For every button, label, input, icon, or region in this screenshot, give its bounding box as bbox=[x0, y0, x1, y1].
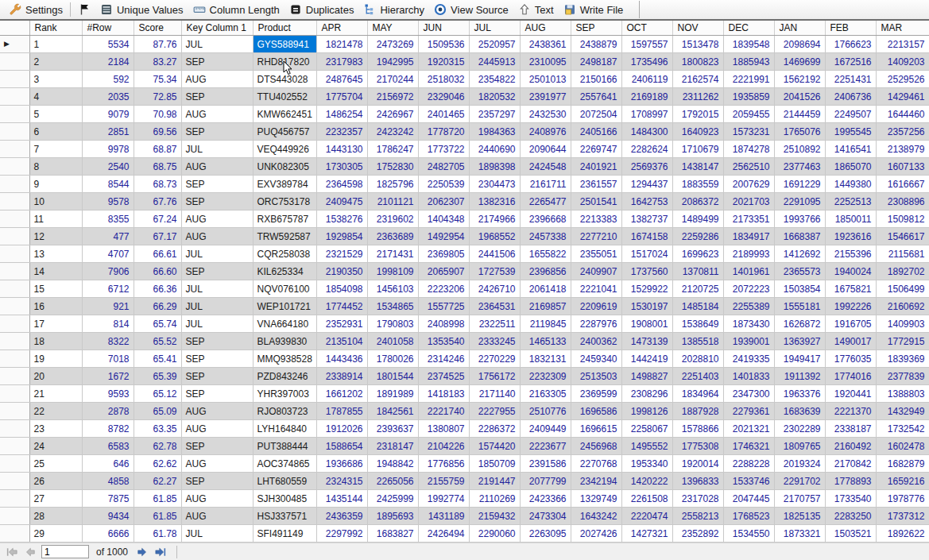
cell-month-apr[interactable]: 2317983 bbox=[316, 53, 367, 71]
cell-month-mar[interactable]: 1616667 bbox=[876, 176, 929, 193]
first-page-button[interactable] bbox=[5, 545, 19, 559]
cell-month-aug[interactable]: 2232309 bbox=[520, 368, 571, 385]
cell-month-feb[interactable]: 2251431 bbox=[825, 71, 876, 88]
cell-month-feb[interactable]: 1920441 bbox=[825, 385, 876, 403]
cell-month-apr[interactable]: 1661202 bbox=[316, 385, 367, 403]
cell-month-nov[interactable]: 2028810 bbox=[672, 350, 723, 368]
cell-rank[interactable]: 2 bbox=[29, 53, 82, 71]
cell-month-nov[interactable]: 1370811 bbox=[672, 263, 723, 280]
cell-month-nov[interactable]: 1775308 bbox=[672, 438, 723, 455]
cell-month-jul[interactable]: 2333245 bbox=[469, 333, 520, 350]
cell-month-may[interactable]: 1801544 bbox=[367, 368, 418, 385]
cell-month-dec[interactable]: 1939001 bbox=[723, 333, 774, 350]
cell-rank[interactable]: 8 bbox=[29, 158, 82, 176]
cell-month-oct[interactable]: 1529922 bbox=[621, 280, 672, 298]
cell-score[interactable]: 72.85 bbox=[134, 88, 181, 106]
cell-month-jul[interactable]: 2171140 bbox=[469, 385, 520, 403]
cell-month-jun[interactable]: 1431189 bbox=[418, 508, 469, 525]
cell-month-sep[interactable]: 2027426 bbox=[571, 525, 621, 543]
cell-month-dec[interactable]: 2072223 bbox=[723, 280, 774, 298]
cell-key[interactable]: SEP bbox=[181, 123, 253, 141]
cell-month-may[interactable]: 1790803 bbox=[367, 315, 418, 333]
cell-month-mar[interactable]: 1659216 bbox=[876, 473, 929, 490]
cell-key[interactable]: SEP bbox=[181, 263, 253, 280]
cell-key[interactable]: SEP bbox=[181, 88, 253, 106]
cell-month-aug[interactable]: 2119845 bbox=[520, 315, 571, 333]
row-selector[interactable] bbox=[0, 455, 29, 473]
cell-row-count[interactable]: 8322 bbox=[82, 333, 134, 350]
cell-product[interactable]: RHD817820 bbox=[253, 53, 316, 71]
cell-month-jul[interactable]: 2322511 bbox=[469, 315, 520, 333]
cell-rank[interactable]: 11 bbox=[29, 210, 82, 228]
row-selector[interactable] bbox=[0, 385, 29, 403]
cell-product[interactable]: BLA939830 bbox=[253, 333, 316, 350]
cell-row-count[interactable]: 4707 bbox=[82, 245, 134, 263]
cell-month-dec[interactable]: 2562510 bbox=[723, 158, 774, 176]
cell-month-feb[interactable]: 2155396 bbox=[825, 245, 876, 263]
cell-month-mar[interactable]: 1509812 bbox=[876, 210, 929, 228]
cell-month-may[interactable]: 2473269 bbox=[367, 36, 418, 53]
cell-month-jun[interactable]: 1776856 bbox=[418, 455, 469, 473]
cell-product[interactable]: EXV389784 bbox=[253, 176, 316, 193]
row-selector[interactable] bbox=[0, 280, 29, 298]
cell-month-apr[interactable]: 2352931 bbox=[316, 315, 367, 333]
cell-month-jul[interactable]: 2440690 bbox=[469, 141, 520, 158]
cell-month-oct[interactable]: 1908001 bbox=[621, 315, 672, 333]
cell-month-may[interactable]: 1683827 bbox=[367, 525, 418, 543]
cell-month-feb[interactable]: 2221370 bbox=[825, 403, 876, 420]
row-selector[interactable] bbox=[0, 123, 29, 141]
cell-row-count[interactable]: 4858 bbox=[82, 473, 134, 490]
cell-key[interactable]: JUL bbox=[181, 298, 253, 315]
cell-month-feb[interactable]: 1923616 bbox=[825, 228, 876, 245]
cell-month-jan[interactable]: 1363927 bbox=[774, 333, 825, 350]
col-header-product[interactable]: Product bbox=[253, 21, 316, 36]
cell-month-oct[interactable]: 1498827 bbox=[621, 368, 672, 385]
cell-month-nov[interactable]: 1396833 bbox=[672, 473, 723, 490]
cell-month-aug[interactable]: 2265477 bbox=[520, 193, 571, 210]
cell-month-nov[interactable]: 1792015 bbox=[672, 106, 723, 123]
cell-month-may[interactable]: 1786247 bbox=[367, 141, 418, 158]
cell-month-nov[interactable]: 1578866 bbox=[672, 420, 723, 438]
cell-month-jan[interactable]: 2291095 bbox=[774, 193, 825, 210]
cell-month-oct[interactable]: 1420222 bbox=[621, 473, 672, 490]
row-selector[interactable] bbox=[0, 298, 29, 315]
cell-month-oct[interactable]: 1735496 bbox=[621, 53, 672, 71]
cell-month-jul[interactable]: 2441506 bbox=[469, 245, 520, 263]
cell-month-dec[interactable]: 1874278 bbox=[723, 141, 774, 158]
cell-month-nov[interactable]: 1834964 bbox=[672, 385, 723, 403]
cell-score[interactable]: 69.56 bbox=[134, 123, 181, 141]
cell-product[interactable]: MMQ938528 bbox=[253, 350, 316, 368]
cell-month-mar[interactable]: 2138979 bbox=[876, 141, 929, 158]
cell-month-oct[interactable]: 1495552 bbox=[621, 438, 672, 455]
cell-month-feb[interactable]: 1733540 bbox=[825, 490, 876, 508]
cell-month-sep[interactable]: 2072504 bbox=[571, 106, 621, 123]
cell-month-feb[interactable]: 1850011 bbox=[825, 210, 876, 228]
cell-month-oct[interactable]: 1382737 bbox=[621, 210, 672, 228]
cell-month-aug[interactable]: 2473304 bbox=[520, 508, 571, 525]
cell-month-apr[interactable]: 1443130 bbox=[316, 141, 367, 158]
col-header-key-column-1[interactable]: Key Column 1 bbox=[181, 21, 253, 36]
cell-month-jan[interactable]: 1765076 bbox=[774, 123, 825, 141]
cell-month-feb[interactable]: 2283250 bbox=[825, 508, 876, 525]
cell-rank[interactable]: 1 bbox=[29, 36, 82, 53]
cell-row-count[interactable]: 6712 bbox=[82, 280, 134, 298]
cell-month-oct[interactable]: 1642753 bbox=[621, 193, 672, 210]
cell-month-dec[interactable]: 2279361 bbox=[723, 403, 774, 420]
cell-rank[interactable]: 22 bbox=[29, 403, 82, 420]
cell-month-jun[interactable]: 1418183 bbox=[418, 385, 469, 403]
cell-month-mar[interactable]: 1607133 bbox=[876, 158, 929, 176]
cell-rank[interactable]: 3 bbox=[29, 71, 82, 88]
cell-month-mar[interactable]: 1602478 bbox=[876, 438, 929, 455]
cell-month-may[interactable]: 2363689 bbox=[367, 228, 418, 245]
cell-month-nov[interactable]: 2120725 bbox=[672, 280, 723, 298]
cell-month-feb[interactable]: 1503521 bbox=[825, 525, 876, 543]
cell-month-jul[interactable]: 2159432 bbox=[469, 508, 520, 525]
cell-month-jun[interactable]: 2329046 bbox=[418, 88, 469, 106]
cell-month-dec[interactable]: 1873430 bbox=[723, 315, 774, 333]
cell-month-nov[interactable]: 2259286 bbox=[672, 228, 723, 245]
cell-product[interactable]: NQV076100 bbox=[253, 280, 316, 298]
row-selector[interactable] bbox=[0, 245, 29, 263]
row-selector[interactable] bbox=[0, 403, 29, 420]
cell-month-apr[interactable]: 1588654 bbox=[316, 438, 367, 455]
cell-month-jan[interactable]: 1412692 bbox=[774, 245, 825, 263]
